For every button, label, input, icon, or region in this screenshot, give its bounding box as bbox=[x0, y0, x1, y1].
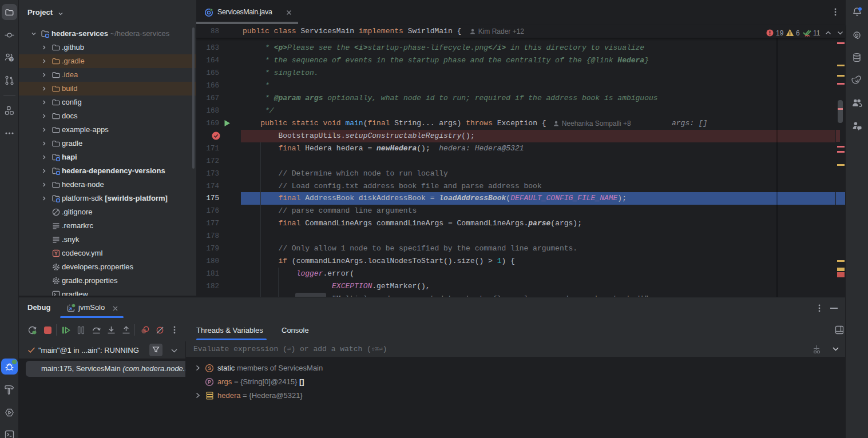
svg-text:P: P bbox=[208, 379, 211, 385]
svg-text:?: ? bbox=[10, 57, 13, 62]
svg-text:S: S bbox=[208, 365, 211, 371]
